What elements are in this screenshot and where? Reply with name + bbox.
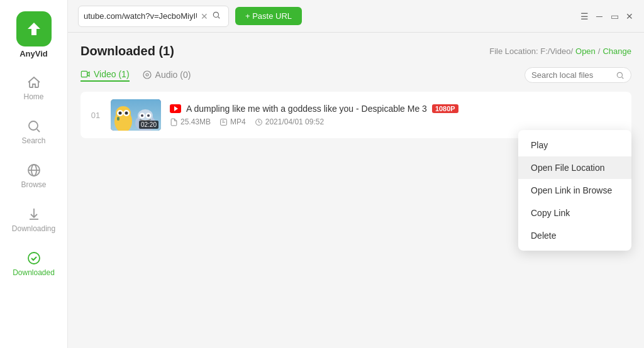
file-size-value: 25.43MB	[180, 117, 211, 126]
search-nav-icon	[26, 119, 42, 134]
logo-area: AnyVid	[0, 0, 67, 66]
quality-badge: 1080P	[432, 104, 458, 113]
svg-point-5	[213, 12, 218, 17]
maximize-button[interactable]: ▭	[610, 12, 619, 21]
item-number: 01	[89, 111, 102, 120]
home-icon	[26, 75, 42, 90]
window-controls: ☰ ─ ▭ ✕	[580, 12, 634, 21]
svg-rect-17	[117, 117, 119, 121]
url-input-wrap: ✕	[78, 6, 229, 27]
sidebar-item-downloaded-label: Downloaded	[13, 268, 55, 277]
change-location-link[interactable]: Change	[602, 46, 631, 56]
date-value: 2021/04/01 09:52	[265, 117, 324, 126]
svg-rect-6	[81, 71, 87, 77]
app-name-label: AnyVid	[19, 49, 48, 58]
file-location: File Location: F:/Video/ Open / Change	[489, 46, 631, 56]
downloading-icon	[26, 207, 42, 222]
ctx-open-link-browse[interactable]: Open Link in Browse	[518, 179, 631, 202]
ctx-play[interactable]: Play	[518, 134, 631, 156]
file-location-text: File Location: F:/Video/	[489, 46, 573, 56]
url-clear-button[interactable]: ✕	[201, 12, 208, 21]
tab-video[interactable]: Video (1)	[80, 69, 130, 82]
local-search-input[interactable]	[531, 70, 613, 80]
audio-tab-icon	[142, 70, 152, 80]
tabs-left: Video (1) Audio (0)	[80, 69, 191, 82]
svg-point-4	[28, 253, 40, 264]
svg-point-8	[146, 73, 148, 76]
sidebar-item-home[interactable]: Home	[0, 66, 67, 110]
page-title: Downloaded (1)	[80, 44, 174, 58]
ctx-delete[interactable]: Delete	[518, 224, 631, 247]
svg-point-0	[29, 121, 38, 130]
item-title-row: A dumpling like me with a goddess like y…	[170, 104, 623, 114]
item-meta: 25.43MB MP4	[170, 117, 623, 126]
thumbnail: 02:20	[111, 99, 161, 131]
content-area: Downloaded (1) File Location: F:/Video/ …	[68, 33, 644, 348]
sidebar-item-downloaded[interactable]: Downloaded	[0, 242, 67, 286]
browse-icon	[26, 163, 42, 178]
thumbnail-duration: 02:20	[139, 121, 158, 129]
tabs-row: Video (1) Audio (0)	[80, 67, 631, 83]
downloaded-icon	[26, 251, 42, 266]
sidebar-item-search-label: Search	[21, 136, 45, 145]
sidebar: AnyVid Home Search Browse Downloading	[0, 0, 68, 348]
sidebar-item-downloading-label: Downloading	[12, 224, 55, 233]
context-menu: Play Open File Location Open Link in Bro…	[518, 130, 631, 251]
svg-point-14	[119, 112, 122, 115]
minimize-button[interactable]: ─	[595, 12, 604, 21]
local-search-icon	[616, 71, 625, 80]
sidebar-item-home-label: Home	[23, 92, 43, 101]
app-logo-icon	[16, 11, 52, 46]
local-search-box	[525, 67, 631, 83]
youtube-icon	[170, 104, 181, 113]
format-icon	[219, 118, 228, 126]
topbar: ✕ + Paste URL ☰ ─ ▭ ✕	[68, 0, 644, 33]
svg-point-23	[147, 114, 150, 117]
close-button[interactable]: ✕	[625, 12, 634, 21]
svg-point-16	[125, 112, 128, 115]
file-size-icon	[170, 118, 178, 126]
video-tab-icon	[80, 69, 91, 79]
open-folder-link[interactable]: Open	[575, 46, 596, 56]
sidebar-item-browse[interactable]: Browse	[0, 154, 67, 198]
url-search-button[interactable]	[212, 11, 221, 22]
url-input[interactable]	[84, 11, 197, 21]
date-meta: 2021/04/01 09:52	[255, 117, 324, 126]
page-header: Downloaded (1) File Location: F:/Video/ …	[80, 44, 631, 58]
item-info: A dumpling like me with a goddess like y…	[170, 104, 623, 126]
svg-point-21	[141, 114, 143, 117]
tab-audio[interactable]: Audio (0)	[142, 69, 191, 82]
svg-point-9	[617, 72, 622, 77]
svg-point-7	[143, 71, 151, 79]
date-icon	[255, 118, 263, 126]
format-value: MP4	[230, 117, 246, 126]
menu-button[interactable]: ☰	[580, 12, 589, 21]
tab-video-label: Video (1)	[94, 69, 130, 79]
sidebar-item-browse-label: Browse	[21, 180, 46, 189]
sidebar-item-search[interactable]: Search	[0, 110, 67, 154]
paste-url-button[interactable]: + Paste URL	[235, 7, 302, 25]
ctx-open-file-location[interactable]: Open File Location	[518, 156, 631, 179]
sidebar-item-downloading[interactable]: Downloading	[0, 198, 67, 242]
format-meta: MP4	[219, 117, 246, 126]
main-area: ✕ + Paste URL ☰ ─ ▭ ✕ Downloaded (1) Fil…	[68, 0, 644, 348]
tab-audio-label: Audio (0)	[155, 70, 191, 80]
file-size-meta: 25.43MB	[170, 117, 211, 126]
ctx-copy-link[interactable]: Copy Link	[518, 202, 631, 224]
item-title: A dumpling like me with a goddess like y…	[186, 104, 427, 114]
